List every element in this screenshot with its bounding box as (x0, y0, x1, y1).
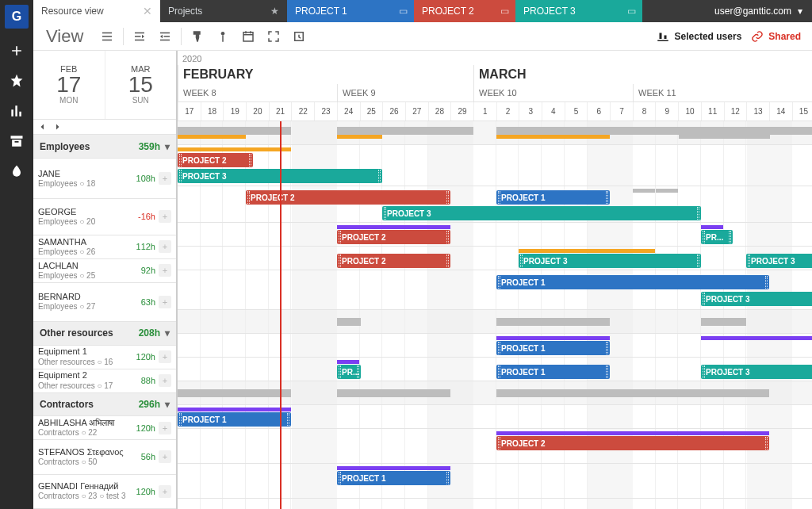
day-cell[interactable]: 17 (178, 102, 201, 121)
day-cell[interactable]: 14 (769, 102, 792, 121)
day-cell[interactable]: 19 (223, 102, 246, 121)
chevron-down-icon[interactable]: ▾ (165, 399, 170, 410)
task-bar[interactable]: PR... (701, 230, 733, 244)
calendar-icon[interactable] (239, 27, 258, 46)
user-menu[interactable]: user@ganttic.com ▾ (705, 0, 812, 22)
add-task-icon[interactable]: + (159, 240, 171, 253)
indent-left-icon[interactable] (130, 27, 149, 46)
resource-lane[interactable]: PROJECT 2 PROJECT 3 PROJECT 3 (178, 247, 812, 270)
day-cell[interactable]: 13 (746, 102, 769, 121)
day-cell[interactable]: 4 (542, 102, 565, 121)
task-bar[interactable]: PROJECT 2 (496, 436, 769, 450)
date-to[interactable]: MAR 15 SUN (105, 51, 177, 119)
star-icon[interactable]: ★ (270, 6, 279, 17)
day-cell[interactable]: 2 (496, 102, 519, 121)
week-cell[interactable]: WEEK 11 (633, 84, 812, 101)
resource-lane[interactable]: PROJECT 1 (178, 334, 812, 358)
day-cell[interactable]: 29 (450, 102, 473, 121)
tab-project-3[interactable]: PROJECT 3 ▭ (515, 0, 642, 22)
chevron-down-icon[interactable]: ▾ (165, 141, 170, 152)
selected-users[interactable]: Selected users (656, 29, 742, 44)
task-bar[interactable]: PROJECT 2 (337, 230, 450, 244)
day-cell[interactable]: 10 (678, 102, 701, 121)
day-cell[interactable]: 18 (201, 102, 224, 121)
day-cell[interactable]: 27 (405, 102, 428, 121)
day-cell[interactable]: 9 (655, 102, 678, 121)
resource-lane[interactable]: PROJECT 1 (178, 405, 812, 429)
day-cell[interactable]: 25 (360, 102, 383, 121)
day-cell[interactable]: 8 (633, 102, 656, 121)
task-bar[interactable]: PROJECT 3 (746, 254, 812, 268)
task-bar[interactable]: PROJECT 1 (496, 341, 610, 355)
add-task-icon[interactable]: + (159, 422, 171, 434)
star-icon[interactable] (9, 73, 25, 89)
day-cell[interactable]: 24 (337, 102, 360, 121)
drop-icon[interactable] (9, 163, 25, 179)
task-bar[interactable]: PROJECT 2 (178, 153, 253, 167)
task-bar[interactable]: PROJECT 1 (496, 190, 610, 205)
add-task-icon[interactable]: + (159, 374, 171, 387)
tab-resource-view[interactable]: Resource view ✕ (33, 0, 160, 22)
paint-icon[interactable] (188, 27, 207, 46)
indent-right-icon[interactable] (155, 27, 174, 46)
resource-lane[interactable]: PROJECT 1 PROJECT 3 (178, 270, 812, 310)
date-from[interactable]: FEB 17 MON (33, 51, 105, 119)
tab-projects[interactable]: Projects ★ (160, 0, 287, 22)
tab-project-1[interactable]: PROJECT 1 ▭ (287, 0, 414, 22)
archive-icon[interactable] (9, 133, 25, 149)
resource-row[interactable]: GEORGEEmployees ○ 20 -16h + (33, 199, 176, 235)
add-task-icon[interactable]: + (159, 210, 171, 223)
week-cell[interactable]: WEEK 9 (337, 84, 473, 101)
week-cell[interactable]: WEEK 8 (178, 84, 337, 101)
resource-lane[interactable]: PROJECT 2 PROJECT 3 (178, 145, 812, 186)
add-task-icon[interactable]: + (159, 450, 171, 463)
day-cell[interactable]: 6 (587, 102, 610, 121)
group-other[interactable]: Other resources 208h ▾ (33, 322, 176, 346)
task-bar[interactable]: PROJECT 2 (246, 190, 450, 205)
day-cell[interactable]: 26 (382, 102, 405, 121)
add-task-icon[interactable]: + (159, 296, 171, 308)
resource-row[interactable]: LACHLANEmployees ○ 25 92h + (33, 259, 176, 283)
task-bar[interactable]: PROJECT 2 (337, 254, 450, 268)
resource-lane[interactable]: PROJECT 1 (178, 464, 812, 499)
day-cell[interactable]: 11 (701, 102, 724, 121)
month-cell[interactable]: FEBRUARY (178, 65, 473, 84)
date-range[interactable]: FEB 17 MON MAR 15 SUN (33, 51, 176, 120)
resource-lane[interactable]: PROJECT 2 (178, 429, 812, 464)
resource-row[interactable]: SAMANTHAEmployees ○ 26 112h + (33, 235, 176, 259)
group-employees[interactable]: Employees 359h ▾ (33, 135, 176, 159)
day-cell[interactable]: 1 (473, 102, 496, 121)
prev-icon[interactable] (38, 122, 48, 132)
task-bar[interactable]: PROJECT 3 (701, 365, 812, 379)
menu-icon[interactable] (98, 27, 117, 46)
resource-row[interactable]: Equipment 2Other resources ○ 17 88h + (33, 369, 176, 393)
view-menu[interactable]: View (38, 26, 91, 47)
task-bar[interactable]: PROJECT 1 (337, 471, 450, 485)
day-cell[interactable]: 20 (246, 102, 269, 121)
day-cell[interactable]: 12 (724, 102, 747, 121)
reports-icon[interactable] (9, 103, 25, 119)
add-task-icon[interactable]: + (159, 350, 171, 363)
add-task-icon[interactable]: + (159, 264, 171, 277)
task-bar[interactable]: PROJECT 3 (519, 254, 701, 268)
task-bar[interactable]: PROJECT 3 (701, 292, 812, 306)
close-icon[interactable]: ✕ (143, 5, 152, 17)
task-bar[interactable]: PROJECT 1 (496, 275, 769, 289)
resource-row[interactable]: Equipment 1Other resources ○ 16 120h + (33, 346, 176, 369)
add-icon[interactable] (9, 43, 25, 59)
add-task-icon[interactable]: + (159, 485, 171, 498)
group-contractors[interactable]: Contractors 296h ▾ (33, 393, 176, 417)
task-bar[interactable]: PROJECT 3 (382, 206, 701, 220)
resource-lane[interactable]: PROJECT 2 PROJECT 1 PROJECT 3 (178, 186, 812, 223)
next-icon[interactable] (52, 122, 62, 132)
day-cell[interactable]: 28 (428, 102, 451, 121)
fullscreen-icon[interactable] (264, 27, 283, 46)
task-bar[interactable]: PROJECT 1 (496, 365, 610, 379)
day-cell[interactable]: 21 (269, 102, 292, 121)
day-cell[interactable]: 7 (610, 102, 633, 121)
resource-row[interactable]: JANEEmployees ○ 18 108h + (33, 159, 176, 199)
tab-project-2[interactable]: PROJECT 2 ▭ (414, 0, 515, 22)
day-cell[interactable]: 22 (291, 102, 314, 121)
resource-row[interactable]: ABHILASHA अभिलाषाContractors ○ 22 120h + (33, 416, 176, 440)
day-cell[interactable]: 3 (519, 102, 542, 121)
